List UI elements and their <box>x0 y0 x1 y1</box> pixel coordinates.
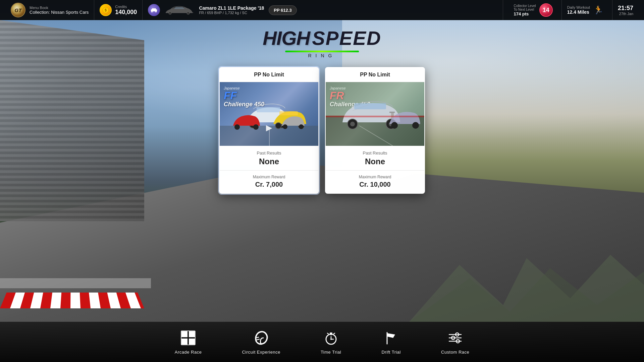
coin-icon: $ <box>100 4 112 16</box>
logo-ring-text: RING <box>308 53 336 58</box>
svg-rect-48 <box>192 331 195 334</box>
svg-rect-43 <box>181 331 184 334</box>
collector-info: Collector Level To Next Level 174 pts <box>508 4 536 16</box>
circuit-icon <box>253 329 270 346</box>
svg-rect-57 <box>189 342 192 345</box>
ff-cars-image: ▶ <box>220 82 318 146</box>
logo-swoosh <box>285 51 359 52</box>
svg-point-35 <box>412 122 419 129</box>
ff-results-value: None <box>225 157 313 166</box>
nav-item-drift[interactable]: Drift Trial <box>361 329 421 355</box>
nav-item-custom[interactable]: Custom Race <box>421 329 489 355</box>
workout-info: Daily Workout 12.4 Miles <box>567 5 590 15</box>
fr-race-card[interactable]: PP No Limit Japanese FR Challenge 450 <box>325 67 425 194</box>
svg-point-31 <box>350 122 355 126</box>
ff-card-image: Japanese FF Challenge 450 <box>220 82 318 146</box>
svg-point-7 <box>155 11 157 12</box>
svg-rect-47 <box>189 331 192 334</box>
svg-rect-16 <box>279 111 298 115</box>
svg-rect-51 <box>181 339 184 342</box>
svg-point-69 <box>330 339 332 340</box>
drift-label: Drift Trial <box>381 350 401 355</box>
collector-section: Collector Level To Next Level 174 pts 14 <box>503 0 562 20</box>
car-menu-icon <box>148 4 160 16</box>
car-name: Camaro ZL1 1LE Package '18 <box>199 5 264 11</box>
time-section: 21:57 27th Jan <box>612 0 639 20</box>
level-badge: 14 <box>539 3 553 17</box>
svg-rect-53 <box>181 342 184 345</box>
car-icon <box>150 7 158 13</box>
ff-results-label: Past Results <box>225 150 313 156</box>
grandstand-left <box>0 20 144 221</box>
credits-info: Credits 140,000 <box>115 5 137 16</box>
svg-rect-44 <box>184 331 187 334</box>
svg-point-8 <box>169 12 171 14</box>
sliders-svg <box>448 330 463 345</box>
svg-rect-58 <box>192 342 195 345</box>
credits-section: $ Credits 140,000 <box>94 0 143 20</box>
ff-pp-label: PP No Limit <box>254 72 284 77</box>
menu-book-label: Menu Book <box>30 6 89 10</box>
svg-line-61 <box>257 339 259 340</box>
fr-cars-image <box>326 82 424 146</box>
fr-results-label: Past Results <box>331 150 419 156</box>
time-info: 21:57 27th Jan <box>618 5 633 16</box>
car-specs: FR / 659 BHP / 1,732 kg / SC <box>199 11 264 15</box>
time-trial-icon <box>323 329 339 346</box>
svg-rect-28 <box>389 112 395 113</box>
date-value: 27th Jan <box>619 12 633 16</box>
svg-rect-46 <box>184 334 187 337</box>
custom-race-icon <box>447 329 464 346</box>
svg-point-9 <box>187 12 190 14</box>
svg-point-6 <box>151 11 153 12</box>
time-value: 21:57 <box>618 5 633 12</box>
timer-svg <box>324 330 338 345</box>
fr-card-image: Japanese FR Challenge 450 <box>326 82 424 146</box>
ff-card-header: PP No Limit <box>220 68 318 82</box>
workout-label: Daily Workout <box>567 5 590 9</box>
fr-card-bottom: Past Results None Maximum Reward Cr. 10,… <box>326 146 424 193</box>
svg-rect-5 <box>152 8 156 10</box>
arcade-icon <box>180 329 197 346</box>
svg-text:$: $ <box>105 8 107 12</box>
ff-card-bottom: Past Results None Maximum Reward Cr. 7,0… <box>220 146 318 193</box>
race-cards-container: PP No Limit Japanese FF Challenge 450 <box>219 67 425 194</box>
pp-badge: PP 612.3 <box>269 5 297 15</box>
ff-card-divider <box>220 170 318 171</box>
mountain-background <box>409 238 644 322</box>
svg-point-21 <box>283 124 287 129</box>
svg-rect-63 <box>330 333 332 334</box>
menu-book-info: Menu Book Collection: Nissan Sports Cars <box>30 6 89 15</box>
svg-point-20 <box>253 124 259 130</box>
svg-point-19 <box>234 124 240 130</box>
credits-value: 140,000 <box>115 9 137 16</box>
ff-reward-value: Cr. 7,000 <box>225 181 313 188</box>
track-curb <box>0 293 144 308</box>
credits-label: Credits <box>115 5 137 9</box>
nav-item-circuit[interactable]: Circuit Experience <box>222 329 301 355</box>
fr-card-divider <box>326 170 424 171</box>
logo-top-row: HIGH SPEED <box>263 27 381 49</box>
svg-point-34 <box>391 122 398 129</box>
workout-section: Daily Workout 12.4 Miles 🏃 <box>562 0 612 20</box>
nav-item-time-trial[interactable]: Time Trial <box>301 329 362 355</box>
nav-item-arcade[interactable]: Arcade Race <box>155 329 222 355</box>
logo-speed-text: SPEED <box>312 27 381 49</box>
arcade-label: Arcade Race <box>175 350 202 355</box>
arcade-svg <box>181 330 196 345</box>
car-silhouette <box>164 4 194 16</box>
ff-race-card[interactable]: PP No Limit Japanese FF Challenge 450 <box>219 67 319 194</box>
collector-sublabel: To Next Level <box>514 8 536 11</box>
gt-logo: GT <box>11 3 25 17</box>
circuit-label: Circuit Experience <box>242 350 280 355</box>
car-section[interactable]: Camaro ZL1 1LE Package '18 FR / 659 BHP … <box>143 0 503 20</box>
fr-card-header: PP No Limit <box>326 68 424 82</box>
track-fence <box>0 278 151 288</box>
svg-point-22 <box>299 124 304 129</box>
svg-rect-55 <box>189 339 192 342</box>
menu-book-section[interactable]: GT Menu Book Collection: Nissan Sports C… <box>5 0 94 20</box>
collector-label: Collector Level <box>514 4 536 8</box>
ff-reward-label: Maximum Reward <box>225 175 313 179</box>
circuit-svg <box>254 330 269 345</box>
fr-cars-svg <box>326 82 424 146</box>
